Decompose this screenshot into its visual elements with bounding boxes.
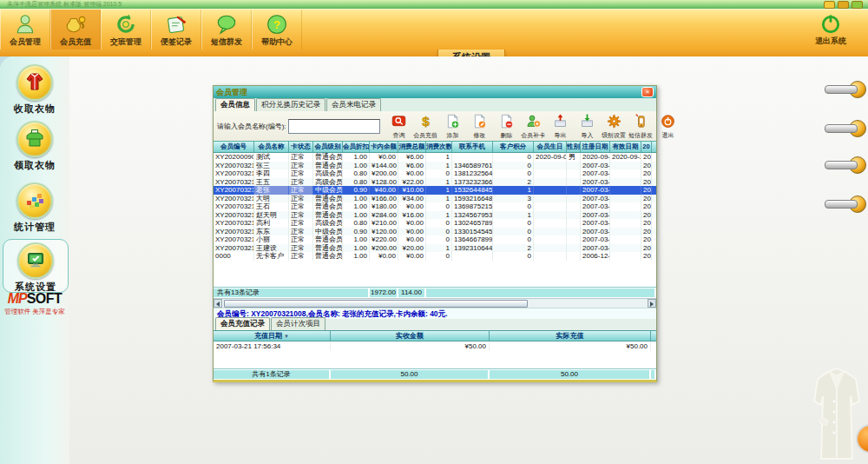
toolbar-button-label: 会员充值 xyxy=(60,36,91,48)
member-toolbar-button-edit[interactable]: 修改 xyxy=(466,113,493,140)
member-toolbar-button-exit[interactable]: 退出 xyxy=(654,113,681,140)
toolbar-button-member-manage[interactable]: 会员管理 xyxy=(0,10,50,50)
ring-bar xyxy=(825,124,858,133)
edit-icon xyxy=(471,113,486,129)
sub-tab-会员充值记录[interactable]: 会员充值记录 xyxy=(215,317,270,330)
recharge-column-header[interactable]: 充值日期▼ xyxy=(214,331,331,341)
column-header[interactable]: 性别 xyxy=(567,142,581,152)
exit-system-button[interactable]: 退出系统 xyxy=(797,9,865,50)
member-window-titlebar[interactable]: 会员管理 × xyxy=(214,86,656,98)
member-toolbar-button-search[interactable]: 查询 xyxy=(385,113,412,140)
toolbar-button-label: 交班管理 xyxy=(110,36,141,48)
sidebar-item-receive-clothes[interactable]: 收取衣物 xyxy=(3,62,67,114)
member-table-row[interactable]: XY20070321008老张正常中级会员0.90¥40.00¥10.00115… xyxy=(214,186,656,195)
column-header[interactable]: 会员生日 xyxy=(534,142,567,152)
column-header[interactable]: 会员级别 xyxy=(313,142,343,152)
member-table-row[interactable]: XY20070321002小丽正常普通会员1.00¥220.00¥0.00013… xyxy=(214,235,656,244)
member-toolbar-button-level-settings[interactable]: 级别设置 xyxy=(601,113,628,140)
column-header[interactable]: 卡内余额 xyxy=(370,142,398,152)
member-toolbar-button-recharge[interactable]: $会员充值 xyxy=(412,113,439,140)
table-cell: 1 xyxy=(426,244,452,253)
tab-会员来电记录[interactable]: 会员来电记录 xyxy=(326,98,381,111)
member-toolbar-button-add[interactable]: 添加 xyxy=(439,113,466,140)
toolbar-button-label: 短信群发 xyxy=(211,36,242,48)
member-toolbar-button-delete[interactable]: 删除 xyxy=(493,113,520,140)
table-cell: 13245679536 xyxy=(452,211,493,220)
member-toolbar-label: 修改 xyxy=(473,131,485,139)
table-cell: ¥220.00 xyxy=(370,235,398,244)
table-cell: 20 xyxy=(641,169,652,178)
tab-积分兑换历史记录[interactable]: 积分兑换历史记录 xyxy=(256,98,326,111)
ring-bar xyxy=(825,200,858,209)
table-cell: ¥20.00 xyxy=(398,244,426,253)
table-cell: 20 xyxy=(641,178,652,187)
table-cell: 高级会员 xyxy=(313,178,343,187)
column-header[interactable]: 注册日期 xyxy=(581,142,610,152)
member-table-row[interactable]: XY20070321010李四正常高级会员0.80¥200.00¥0.00013… xyxy=(214,169,656,178)
member-table-row[interactable]: XY20070321006王石正常普通会员1.00¥180.00¥0.00013… xyxy=(214,202,656,211)
column-header[interactable]: 20 xyxy=(641,142,652,152)
member-search-input[interactable] xyxy=(288,119,380,134)
table-cell: 0.90 xyxy=(343,228,370,236)
member-table-row[interactable]: XY20070321004高利正常高级会员0.80¥210.00¥0.00013… xyxy=(214,219,656,228)
scrollbar-track[interactable] xyxy=(222,299,648,308)
toolbar-button-help-center[interactable]: ?帮助中心 xyxy=(252,10,302,50)
column-header[interactable]: 会员名称 xyxy=(254,142,289,152)
recharge-column-header[interactable]: 实收金额 xyxy=(331,331,490,341)
member-table-row[interactable]: XY20070321003东东正常中级会员0.90¥120.00¥0.00013… xyxy=(214,228,656,236)
close-button[interactable] xyxy=(852,1,863,9)
member-toolbar-button-export[interactable]: 导出 xyxy=(547,113,574,140)
tab-会员信息[interactable]: 会员信息 xyxy=(215,98,255,111)
column-header[interactable]: 卡状态 xyxy=(289,142,313,152)
column-header[interactable]: 客户积分 xyxy=(493,142,534,152)
scrollbar-thumb[interactable] xyxy=(224,300,528,308)
sidebar-item-system-settings[interactable]: 系统设置 xyxy=(3,239,69,293)
column-header[interactable]: 有效日期 xyxy=(610,142,641,152)
column-header[interactable]: 消费总额 xyxy=(398,142,426,152)
table-cell: XY20070321008 xyxy=(214,186,254,195)
maximize-button[interactable] xyxy=(838,1,849,9)
table-cell: ¥120.00 xyxy=(370,228,398,236)
table-cell: 测试 xyxy=(254,153,289,162)
table-cell: 0 xyxy=(493,202,534,211)
column-header[interactable]: 消费次数 xyxy=(426,142,452,152)
member-table-row[interactable]: XY20070321011张三正常普通会员1.00¥144.00¥6.00113… xyxy=(214,162,656,170)
table-cell: 普通会员 xyxy=(313,153,343,162)
table-cell: 13698752156 xyxy=(452,202,493,211)
member-toolbar-button-sms[interactable]: 短信群发 xyxy=(628,113,654,140)
scroll-left-arrow-icon[interactable] xyxy=(214,299,222,308)
toolbar-button-sms-group[interactable]: 短信群发 xyxy=(201,10,252,50)
sidebar-item-pickup-clothes[interactable]: 领取衣物 xyxy=(3,118,67,170)
logo-tagline: 管理软件 美萍是专家 xyxy=(2,308,68,316)
table-cell: XY20070321006 xyxy=(214,202,254,211)
member-table-row[interactable]: XY202000903001测试正常普通会员1.00¥0.00¥6.001020… xyxy=(214,153,656,162)
minimize-button[interactable] xyxy=(824,1,835,9)
member-table-row[interactable]: XY20070321007大明正常普通会员1.00¥166.00¥34.0011… xyxy=(214,195,656,203)
member-window-tabs: 会员信息积分兑换历史记录会员来电记录 xyxy=(214,98,656,111)
table-cell: ¥200.00 xyxy=(370,169,398,178)
toolbar-button-member-recharge[interactable]: 会员充值 xyxy=(50,10,101,50)
recharge-column-header[interactable]: 实际充值 xyxy=(490,331,651,341)
recharge-table-row[interactable]: 2007-03-21 17:56:34¥50.00¥50.00 xyxy=(214,341,656,351)
table-cell: 正常 xyxy=(289,153,313,162)
member-table-row[interactable]: XY20070321005赵天明正常普通会员1.00¥284.00¥16.001… xyxy=(214,211,656,220)
toolbar-button-note-record[interactable]: 便签记录 xyxy=(151,10,201,50)
column-header[interactable]: 会员折扣 xyxy=(343,142,370,152)
toolbar-button-shift-manage[interactable]: 交班管理 xyxy=(101,10,151,50)
recharge-icon: $ xyxy=(418,113,432,129)
member-toolbar-button-import[interactable]: 导入 xyxy=(574,113,601,140)
member-table-row[interactable]: XY20070321001王建设正常普通会员1.00¥200.00¥20.001… xyxy=(214,244,656,253)
recharge-sub-tabs: 会员充值记录会员计次项目 xyxy=(214,319,656,330)
column-header[interactable]: 会员编号 xyxy=(214,142,254,152)
member-table-row[interactable]: 0000无卡客户正常普通会员1.00¥0.00¥0.00002006-12-13… xyxy=(214,252,656,261)
table-cell: 2007-03-21 xyxy=(581,202,610,211)
column-header[interactable]: 联系手机 xyxy=(452,142,493,152)
member-window-close-icon[interactable]: × xyxy=(641,87,654,97)
logo-mp: MP xyxy=(8,291,27,306)
member-toolbar-button-reissue-card[interactable]: 会员补卡 xyxy=(520,113,547,140)
member-table-row[interactable]: XY20070321009王五正常高级会员0.80¥128.00¥22.0011… xyxy=(214,178,656,187)
scroll-right-arrow-icon[interactable] xyxy=(648,299,656,308)
sidebar-item-statistics[interactable]: 统计管理 xyxy=(3,180,67,232)
table-cell: 老张 xyxy=(254,186,289,195)
sub-tab-会员计次项目[interactable]: 会员计次项目 xyxy=(271,317,326,330)
